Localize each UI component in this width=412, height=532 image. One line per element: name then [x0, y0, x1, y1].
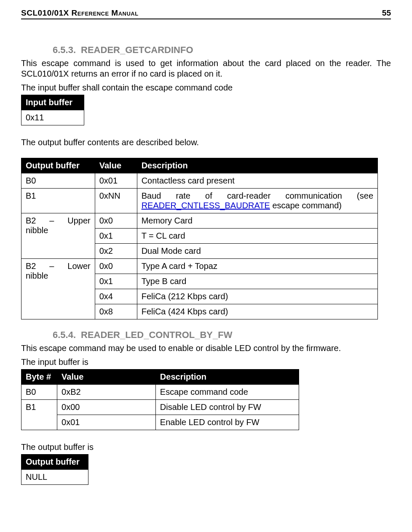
table-cell: B1 — [21, 400, 57, 430]
text-line: SCL010/01X returns an error if no card i… — [21, 69, 222, 78]
table-row: 0x01 Enable LED control by FW — [21, 415, 299, 430]
table-cell: 0x01 — [57, 415, 156, 430]
table-row: B2 – Lowernibble 0x0 Type A card + Topaz — [21, 259, 378, 274]
table-header: Description — [137, 158, 377, 173]
text-line: This escape command is used to get infor… — [21, 58, 391, 69]
table-cell: Type B card — [137, 274, 377, 289]
table-cell: B0 — [21, 173, 95, 189]
section-number: 6.5.4. — [53, 330, 76, 340]
table-header: Output buffer — [21, 158, 95, 173]
table-header: Value — [57, 370, 156, 385]
led-input-table: Byte # Value Description B0 0xB2 Escape … — [21, 369, 299, 430]
table-cell: Escape command code — [155, 385, 299, 400]
paragraph: This escape command may be used to enabl… — [21, 343, 391, 354]
table-cell: FeliCa (212 Kbps card) — [137, 289, 377, 304]
table-header: Value — [95, 158, 137, 173]
paragraph: The input buffer shall contain the escap… — [21, 82, 391, 93]
paragraph: This escape command is used to get infor… — [21, 58, 391, 79]
page-content: 6.5.3.READER_GETCARDINFO This escape com… — [21, 45, 391, 485]
table-cell: B0 — [21, 385, 57, 400]
output-null-table: Output buffer NULL — [21, 454, 88, 485]
table-cell: B2 – Lowernibble — [21, 259, 95, 319]
table-cell: Dual Mode card — [137, 244, 377, 259]
table-cell: 0x1 — [95, 229, 137, 244]
table-cell: 0xB2 — [57, 385, 156, 400]
section-title: READER_LED_CONTROL_BY_FW — [81, 330, 232, 340]
table-cell: NULL — [21, 470, 88, 485]
table-cell: 0x4 — [95, 289, 137, 304]
table-cell: Memory Card — [137, 213, 377, 229]
table-cell: 0x0 — [95, 213, 137, 229]
text-span: escape command) — [270, 201, 342, 210]
table-cell: 0x11 — [21, 110, 84, 125]
paragraph: The output buffer contents are described… — [21, 137, 391, 148]
paragraph: The output buffer is — [21, 442, 391, 452]
table-cell: Baud rate of card-reader communication (… — [137, 189, 377, 213]
table-row: B1 0xNN Baud rate of card-reader communi… — [21, 189, 378, 213]
page-number: 55 — [382, 8, 391, 18]
table-row: B0 0xB2 Escape command code — [21, 385, 299, 400]
table-cell: FeliCa (424 Kbps card) — [137, 304, 377, 319]
page-header: SCL010/01X Reference Manual 55 — [21, 8, 391, 19]
table-cell: 0x0 — [95, 259, 137, 274]
section-heading-653: 6.5.3.READER_GETCARDINFO — [21, 45, 391, 56]
section-number: 6.5.3. — [53, 45, 76, 55]
table-cell: 0x1 — [95, 274, 137, 289]
doc-title: SCL010/01X Reference Manual — [21, 8, 139, 18]
table-cell: 0x01 — [95, 173, 137, 189]
table-cell: B2 – Uppernibble — [21, 213, 95, 259]
table-cell: 0xNN — [95, 189, 137, 213]
table-cell: Disable LED control by FW — [155, 400, 299, 415]
table-cell: T = CL card — [137, 229, 377, 244]
page-container: SCL010/01X Reference Manual 55 6.5.3.REA… — [0, 0, 412, 502]
table-cell: Type A card + Topaz — [137, 259, 377, 274]
paragraph: The input buffer is — [21, 357, 391, 367]
input-buffer-table: Input buffer 0x11 — [21, 95, 84, 125]
table-header: Description — [155, 370, 299, 385]
table-cell: 0x8 — [95, 304, 137, 319]
table-cell: Contactless card present — [137, 173, 377, 189]
table-cell: 0x00 — [57, 400, 156, 415]
table-row: B2 – Uppernibble 0x0 Memory Card — [21, 213, 378, 229]
table-row: B0 0x01 Contactless card present — [21, 173, 378, 189]
section-heading-654: 6.5.4.READER_LED_CONTROL_BY_FW — [21, 330, 391, 340]
section-title: READER_GETCARDINFO — [81, 45, 193, 55]
text-line: Baud rate of card-reader communication (… — [142, 191, 373, 201]
output-buffer-table: Output buffer Value Description B0 0x01 … — [21, 158, 378, 319]
table-header: Output buffer — [21, 455, 88, 470]
reader-cntless-baudrate-link[interactable]: READER_CNTLESS_BAUDRATE — [142, 201, 270, 210]
table-cell: 0x2 — [95, 244, 137, 259]
table-cell: B1 — [21, 189, 95, 213]
table-row: B1 0x00 Disable LED control by FW — [21, 400, 299, 415]
table-cell: Enable LED control by FW — [155, 415, 299, 430]
table-header: Byte # — [21, 370, 57, 385]
table-header: Input buffer — [21, 95, 84, 110]
